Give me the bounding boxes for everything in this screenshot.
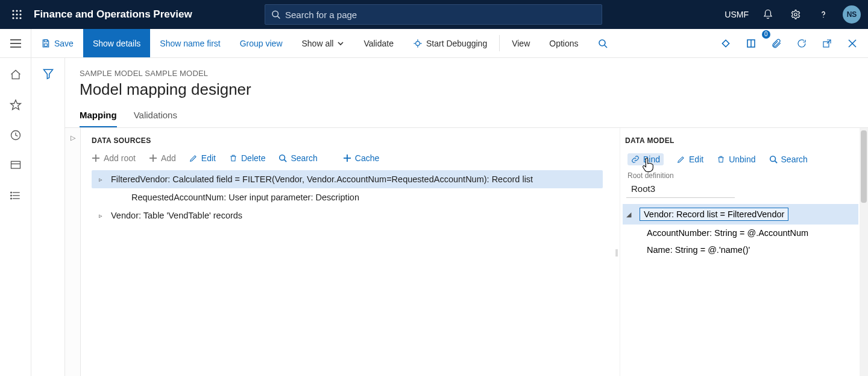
root-definition-value[interactable]: Root3 [626,180,735,198]
show-name-first-button[interactable]: Show name first [150,29,230,57]
question-icon [818,9,829,20]
cache-button[interactable]: Cache [343,153,379,163]
personalize-button[interactable] [715,33,737,54]
breadcrumb: SAMPLE MODEL SAMPLE MODEL [80,69,854,78]
close-button[interactable] [841,33,863,54]
view-menu[interactable]: View [502,29,539,57]
diamond-icon [720,38,731,49]
global-search-input[interactable] [285,10,596,20]
app-launcher-button[interactable] [5,2,29,27]
home-button[interactable] [8,68,23,82]
waffle-icon [11,9,22,20]
link-icon [631,155,640,164]
tab-validations[interactable]: Validations [134,110,177,127]
add-root-button[interactable]: Add root [92,153,136,163]
filter-button[interactable] [42,68,54,376]
debug-icon [413,39,423,48]
save-button[interactable]: Save [31,29,83,57]
find-button[interactable] [588,29,617,57]
bind-button[interactable]: Bind [627,153,664,165]
group-view-button[interactable]: Group view [230,29,292,57]
workspace-icon [10,159,22,171]
edit-button[interactable]: Edit [677,153,703,165]
org-label[interactable]: USMF [725,10,749,19]
dm-node-label: AccountNumber: String = @.AccountNum [647,228,808,238]
show-details-button[interactable]: Show details [83,29,150,57]
trash-icon [717,155,725,164]
data-model-toolbar: Bind Edit Unbind Search [623,153,862,165]
dm-node[interactable]: Name: String = @.'name()' [623,241,858,258]
svg-point-8 [19,17,21,19]
data-sources-toolbar: Add root Add Edit Delete [92,153,603,163]
scrollbar-thumb[interactable] [861,130,867,203]
svg-point-2 [19,10,21,11]
chevron-right-icon: ▷ [71,134,75,142]
ds-node[interactable]: ▹ Vendor: Table 'VendTable' records [92,206,603,225]
modules-button[interactable] [8,188,23,203]
vertical-scrollbar[interactable] [860,128,868,376]
page-tabs: Mapping Validations [65,110,868,128]
save-icon [41,39,51,48]
refresh-icon [796,38,807,49]
workspaces-button[interactable] [8,158,23,173]
separator [499,35,500,51]
svg-point-1 [16,10,17,11]
data-model-pane: DATA MODEL Bind Edit Unbind [620,128,868,376]
refresh-button[interactable] [791,33,813,54]
edit-button[interactable]: Edit [189,153,216,163]
recent-button[interactable] [8,128,23,142]
data-sources-tree: ▹ FilteredVendor: Calculated field = FIL… [92,170,603,225]
ds-node-label: Vendor: Table 'VendTable' records [111,211,242,220]
view-label: View [512,39,530,48]
show-name-first-label: Show name first [160,39,220,48]
help-button[interactable] [815,6,832,23]
tab-mapping[interactable]: Mapping [80,110,117,127]
plus-icon [343,154,351,162]
root-definition-label: Root definition [623,171,862,180]
validate-button[interactable]: Validate [354,29,403,57]
validate-label: Validate [363,39,394,48]
caret-icon[interactable]: ▹ [96,176,105,183]
open-in-office-button[interactable] [740,33,762,54]
attachments-button[interactable]: 0 [766,33,787,54]
show-all-label: Show all [302,39,334,48]
search-icon [769,155,778,164]
collapse-gutter[interactable]: ▷ [65,128,81,376]
svg-point-7 [16,17,17,19]
notifications-button[interactable] [760,6,776,23]
global-search[interactable] [265,4,602,25]
ds-node-label: FilteredVendor: Calculated field = FILTE… [111,174,533,184]
show-all-dropdown[interactable]: Show all [292,29,354,57]
user-avatar[interactable]: NS [843,5,861,24]
plus-icon [92,154,100,162]
add-button[interactable]: Add [149,153,176,163]
dm-node[interactable]: ◢ Vendor: Record list = FilteredVendor [623,204,858,225]
edit-icon [189,154,198,162]
settings-button[interactable] [787,6,804,23]
dm-node[interactable]: AccountNumber: String = @.AccountNum [623,225,858,241]
caret-down-icon[interactable]: ◢ [626,211,635,218]
home-icon [10,69,22,81]
popout-button[interactable] [816,33,838,54]
start-debugging-label: Start Debugging [426,39,487,48]
svg-point-41 [10,198,11,199]
filter-icon [42,68,54,80]
caret-icon[interactable]: ▹ [96,212,105,220]
chevron-down-icon [337,40,344,47]
ds-node[interactable]: RequestedAccountNum: User input paramete… [92,188,603,206]
options-menu[interactable]: Options [539,29,588,57]
pane-splitter[interactable]: ‖ [614,128,620,376]
svg-rect-16 [44,40,47,42]
svg-point-23 [599,40,605,46]
search-button[interactable]: Search [278,153,317,163]
nav-toggle-button[interactable] [0,29,31,57]
delete-button[interactable]: Delete [229,153,265,163]
close-icon [848,39,857,48]
app-title: Finance and Operations Preview [34,8,192,21]
svg-rect-17 [44,43,47,46]
unbind-button[interactable]: Unbind [717,153,755,165]
favorites-button[interactable] [8,98,23,112]
start-debugging-button[interactable]: Start Debugging [403,29,497,57]
search-button[interactable]: Search [769,153,808,165]
ds-node[interactable]: ▹ FilteredVendor: Calculated field = FIL… [92,170,603,188]
